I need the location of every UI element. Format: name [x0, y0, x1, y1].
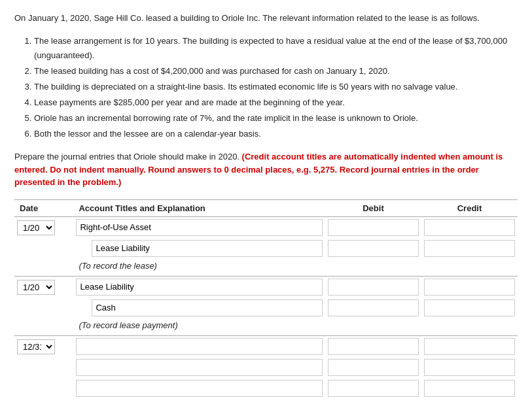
credit-input-1-2[interactable]	[424, 240, 515, 257]
debit-input-3-3[interactable]	[328, 380, 419, 397]
table-row	[14, 297, 518, 318]
note-text-1: (To record the lease)	[79, 261, 156, 271]
instructions-paragraph: Prepare the journal entries that Oriole …	[14, 150, 518, 189]
credit-input-3-2[interactable]	[424, 359, 515, 376]
journal-table: Date Account Titles and Explanation Debi…	[14, 199, 518, 399]
credit-cell	[421, 297, 518, 318]
account-cell	[73, 335, 325, 357]
account-input-3-2[interactable]	[76, 359, 323, 376]
credit-input-3-1[interactable]	[424, 338, 515, 355]
credit-input-1-1[interactable]	[424, 219, 515, 236]
account-input-1-2[interactable]	[92, 240, 323, 257]
note-row-2: (To record lease payment)	[14, 318, 518, 336]
table-row: 1/20 1/31/20 12/31/20	[14, 276, 518, 297]
debit-input-1-1[interactable]	[328, 219, 419, 236]
header-date: Date	[14, 199, 73, 216]
header-account: Account Titles and Explanation	[73, 199, 325, 216]
debit-input-3-1[interactable]	[328, 338, 419, 355]
debit-input-3-2[interactable]	[328, 359, 419, 376]
table-row	[14, 357, 518, 378]
debit-cell	[325, 276, 421, 297]
credit-cell	[421, 357, 518, 378]
credit-cell	[421, 216, 518, 238]
credit-cell	[421, 378, 518, 399]
list-item-5: Oriole has an incremental borrowing rate…	[34, 111, 518, 126]
debit-cell	[325, 238, 421, 259]
list-item-2: The leased building has a cost of $4,200…	[34, 64, 518, 78]
info-list: The lease arrangement is for 10 years. T…	[34, 34, 518, 142]
header-credit: Credit	[421, 199, 518, 216]
account-input-1-1[interactable]	[76, 219, 323, 236]
account-cell-indented	[73, 238, 325, 259]
intro-paragraph: On January 1, 2020, Sage Hill Co. leased…	[14, 12, 518, 25]
debit-cell	[325, 335, 421, 357]
list-item-6: Both the lessor and the lessee are on a …	[34, 127, 518, 141]
debit-cell	[325, 216, 421, 238]
account-input-2-1[interactable]	[76, 279, 323, 296]
list-item-4: Lease payments are $285,000 per year and…	[34, 95, 518, 110]
table-row	[14, 238, 518, 259]
account-cell	[73, 357, 325, 378]
account-cell-indented	[73, 297, 325, 318]
debit-input-2-1[interactable]	[328, 279, 419, 296]
account-input-3-3[interactable]	[76, 380, 323, 397]
account-input-2-2[interactable]	[92, 299, 323, 316]
date-select-group2[interactable]: 1/20 1/31/20 12/31/20	[17, 280, 55, 295]
credit-input-2-2[interactable]	[424, 299, 515, 316]
credit-input-3-3[interactable]	[424, 380, 515, 397]
account-cell	[73, 216, 325, 238]
credit-cell	[421, 238, 518, 259]
credit-cell	[421, 335, 518, 357]
debit-cell	[325, 357, 421, 378]
debit-input-1-2[interactable]	[328, 240, 419, 257]
note-row-1: (To record the lease)	[14, 259, 518, 277]
date-select-group1[interactable]: 1/20 1/31/20 12/31/20	[17, 220, 55, 235]
account-cell	[73, 276, 325, 297]
header-debit: Debit	[325, 199, 421, 216]
instructions-prefix: Prepare the journal entries that Oriole …	[14, 152, 242, 161]
credit-input-2-1[interactable]	[424, 279, 515, 296]
account-cell	[73, 378, 325, 399]
table-row	[14, 378, 518, 399]
date-select-group3[interactable]: 1/20 1/31/20 12/31/20	[17, 339, 55, 354]
credit-cell	[421, 276, 518, 297]
table-row: 1/20 1/31/20 12/31/20	[14, 335, 518, 357]
list-item-1: The lease arrangement is for 10 years. T…	[34, 34, 518, 63]
account-input-3-1[interactable]	[76, 338, 323, 355]
table-row: 1/20 1/31/20 12/31/20	[14, 216, 518, 238]
debit-cell	[325, 297, 421, 318]
debit-input-2-2[interactable]	[328, 299, 419, 316]
note-text-2: (To record lease payment)	[79, 320, 177, 330]
debit-cell	[325, 378, 421, 399]
list-item-3: The building is depreciated on a straigh…	[34, 80, 518, 94]
